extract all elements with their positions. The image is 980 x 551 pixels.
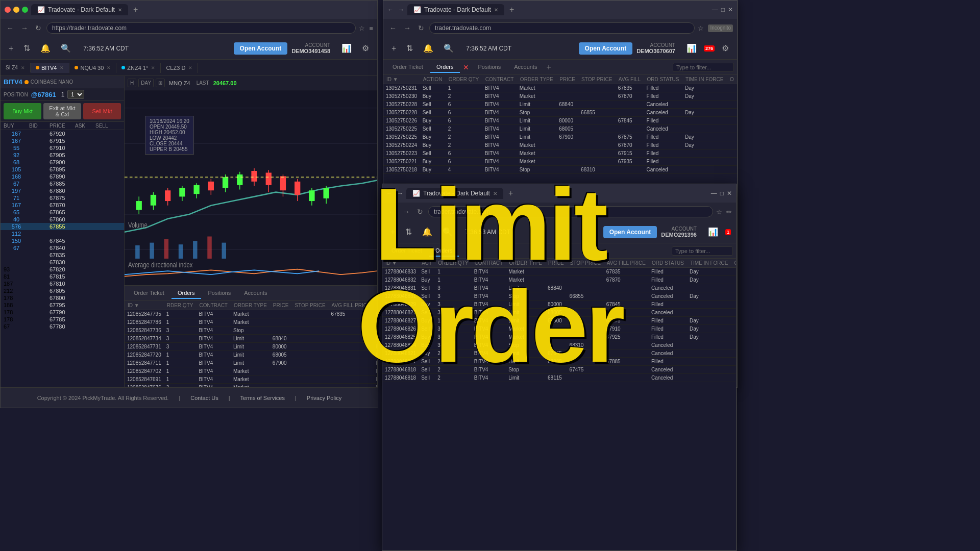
- mid-maximize-btn[interactable]: □: [721, 6, 725, 13]
- order-row[interactable]: 1208528477951BITV4Market67835Filled: [125, 310, 377, 318]
- contact-us-link[interactable]: Contact Us: [190, 395, 218, 401]
- bot-order-row[interactable]: 12788046818Sell2BITV4Stop67475Canceled: [382, 366, 736, 374]
- bot-order-row[interactable]: 12788046821Sell2BITV4Limit6788567885Fill…: [382, 358, 736, 366]
- inst-tab-bitv4[interactable]: BITV4 ✕: [31, 63, 70, 73]
- dom-row[interactable]: 16867890: [1, 173, 124, 180]
- bot-search-icon[interactable]: 🔍: [439, 225, 456, 239]
- dom-row[interactable]: 7167875: [1, 194, 124, 202]
- dom-row-highlight[interactable]: 57667855: [1, 223, 124, 230]
- buy-mkt-btn[interactable]: Buy Mkt: [4, 103, 41, 119]
- chart-type-btn[interactable]: ⊞: [156, 79, 165, 87]
- dom-row[interactable]: 17867785: [1, 316, 124, 323]
- bot-chart-icon[interactable]: 📊: [705, 225, 721, 239]
- accounts-tab-left[interactable]: Accounts: [238, 288, 273, 299]
- order-row[interactable]: 1208528477111BITV4Limit67900Filled: [125, 359, 377, 367]
- minimize-window-btn[interactable]: [13, 7, 19, 13]
- mid-back-btn[interactable]: ←: [387, 6, 394, 13]
- terms-link[interactable]: Terms of Services: [240, 395, 285, 401]
- close-window-btn[interactable]: [5, 7, 11, 13]
- bot-maximize-btn[interactable]: □: [720, 190, 724, 197]
- bot-order-row[interactable]: 12788046827Buy1BITV4Limit6790067875Fille…: [382, 317, 736, 325]
- open-account-btn-left[interactable]: Open Account: [234, 42, 288, 55]
- bot-order-row[interactable]: 12788046831Sell3BITV4Stop66855CanceledDa…: [382, 292, 736, 300]
- nav-forward-btn[interactable]: →: [19, 23, 30, 33]
- mid-chart-icon[interactable]: 📊: [683, 41, 700, 55]
- mid-nav-back[interactable]: ←: [387, 23, 399, 33]
- dom-row[interactable]: 6867900: [1, 159, 124, 166]
- mid-trade-btn[interactable]: ⇅: [403, 41, 416, 55]
- settings-icon[interactable]: ⚙: [359, 41, 372, 55]
- mid-close-btn[interactable]: ✕: [728, 6, 733, 13]
- order-row[interactable]: 1208528476911BITV4MarketFilled: [125, 375, 377, 384]
- chart-icon[interactable]: 📊: [338, 41, 355, 55]
- mid-order-row[interactable]: 13052750226Buy6BITV4Limit8000067845Fille…: [383, 117, 737, 125]
- menu-icon[interactable]: ≡: [369, 24, 373, 32]
- mid-new-tab[interactable]: +: [509, 5, 514, 14]
- add-widget-btn[interactable]: +: [6, 42, 16, 55]
- mid-order-ticket-tab[interactable]: Order Ticket: [386, 62, 429, 73]
- bot-bell-icon[interactable]: 🔔: [419, 225, 435, 239]
- dom-row[interactable]: 15067845: [1, 237, 124, 244]
- dom-row[interactable]: 67835: [1, 252, 124, 259]
- dom-row[interactable]: 6767840: [1, 244, 124, 252]
- order-row[interactable]: 1208528477861BITV4MarketFilled: [125, 318, 377, 327]
- mid-order-row[interactable]: 13052750231Sell1BITV4Market67835FilledDa…: [383, 84, 737, 92]
- privacy-link[interactable]: Privacy Policy: [307, 395, 341, 401]
- dom-row[interactable]: 9367820: [1, 266, 124, 273]
- mid-order-row[interactable]: 13052750224Buy2BITV4Market67870FilledDay: [383, 141, 737, 149]
- dom-row[interactable]: 17867790: [1, 309, 124, 316]
- new-tab-btn[interactable]: +: [133, 5, 138, 14]
- mid-order-row[interactable]: 13052750225Buy2BITV4Limit6790067875Fille…: [383, 133, 737, 141]
- dom-row[interactable]: 18767810: [1, 280, 124, 287]
- inst-tab-mnq[interactable]: NQU4 30 ✕: [69, 63, 116, 73]
- mid-search-icon[interactable]: 🔍: [440, 41, 457, 55]
- bot-order-row[interactable]: 12788046832Buy1BITV4Market67870FilledDay: [382, 276, 736, 284]
- mid-positions-tab[interactable]: Positions: [472, 62, 507, 73]
- dom-row[interactable]: 8167815: [1, 273, 124, 280]
- inst-tab-clz3[interactable]: CLZ3 D ✕: [161, 63, 198, 73]
- search-icon[interactable]: 🔍: [58, 41, 74, 55]
- order-row[interactable]: 1208528477313BITV4Limit80000Filled: [125, 343, 377, 351]
- tab-close-icon[interactable]: ✕: [118, 7, 122, 13]
- bot-add-btn[interactable]: +: [387, 226, 398, 239]
- inst-close-mnq[interactable]: ✕: [107, 65, 111, 70]
- order-row[interactable]: 1208528477343BITV4Limit68840Canceled: [125, 335, 377, 343]
- bottom-address-bar[interactable]: trader.tradovate.com: [428, 206, 713, 217]
- dom-row[interactable]: 5567910: [1, 144, 124, 152]
- bot-order-row[interactable]: 12788046826Sell3BITV4Market67910FilledDa…: [382, 325, 736, 333]
- mid-order-row[interactable]: 13052750228Sell6BITV4Stop66855CanceledDa…: [383, 109, 737, 117]
- bot-back-btn[interactable]: ←: [386, 190, 393, 197]
- bot-order-row[interactable]: 12788046821Buy2BITV4Limit67645Canceled: [382, 349, 736, 358]
- dom-row[interactable]: 6567865: [1, 209, 124, 216]
- mid-add-tab[interactable]: +: [544, 63, 553, 72]
- order-row[interactable]: 1208528477021BITV4MarketFilled: [125, 367, 377, 375]
- bot-star-icon[interactable]: ☆: [716, 208, 722, 216]
- bot-order-row[interactable]: 12788046827Sell3BITV4Limit68005Canceled: [382, 309, 736, 317]
- open-account-btn-bottom[interactable]: Open Account: [603, 226, 657, 238]
- bot-filter-input[interactable]: [672, 246, 733, 256]
- bottom-tab-close[interactable]: ✕: [493, 191, 497, 196]
- inst-close-bitv4[interactable]: ✕: [60, 65, 64, 70]
- mid-nav-refresh[interactable]: ↻: [416, 23, 426, 33]
- chart-btn-h[interactable]: H: [128, 79, 136, 87]
- mid-order-row[interactable]: 13052750223Sell6BITV4Market67915Filled: [383, 149, 737, 158]
- open-account-btn-mid[interactable]: Open Account: [579, 42, 633, 55]
- mid-tab-close[interactable]: ✕: [494, 7, 498, 13]
- alert-bell-icon[interactable]: 🔔: [37, 41, 54, 55]
- inst-close-clz3[interactable]: ✕: [188, 65, 192, 70]
- mid-order-row[interactable]: 13052750230Buy2BITV4Market67870FilledDay: [383, 92, 737, 101]
- bot-order-row[interactable]: 12788046818Sell2BITV4Limit68115Canceled: [382, 374, 736, 382]
- exit-mkt-btn[interactable]: Exit at Mkt & Cxl: [43, 103, 81, 119]
- bot-order-row[interactable]: 12788046825Buy3BITV4Market67925FilledDay: [382, 333, 736, 341]
- mid-order-row[interactable]: 13052750218Buy4BITV4Stop68310Canceled: [383, 166, 737, 174]
- trade-icon[interactable]: ⇅: [20, 41, 33, 55]
- bottom-tab[interactable]: 📈 Tradovate - Dark Default ✕: [406, 188, 503, 199]
- dom-row[interactable]: 16767870: [1, 202, 124, 209]
- bot-edit-icon[interactable]: ✏: [726, 208, 732, 216]
- bot-order-row[interactable]: 12788046831Sell3BITV4Limit68840Canceled: [382, 284, 736, 292]
- dom-row[interactable]: 9267905: [1, 152, 124, 159]
- dom-row[interactable]: 4067860: [1, 216, 124, 223]
- dom-row[interactable]: 16767915: [1, 137, 124, 144]
- dom-row[interactable]: 16767920: [1, 130, 124, 137]
- mid-close-orders-tab[interactable]: ✕: [461, 63, 471, 71]
